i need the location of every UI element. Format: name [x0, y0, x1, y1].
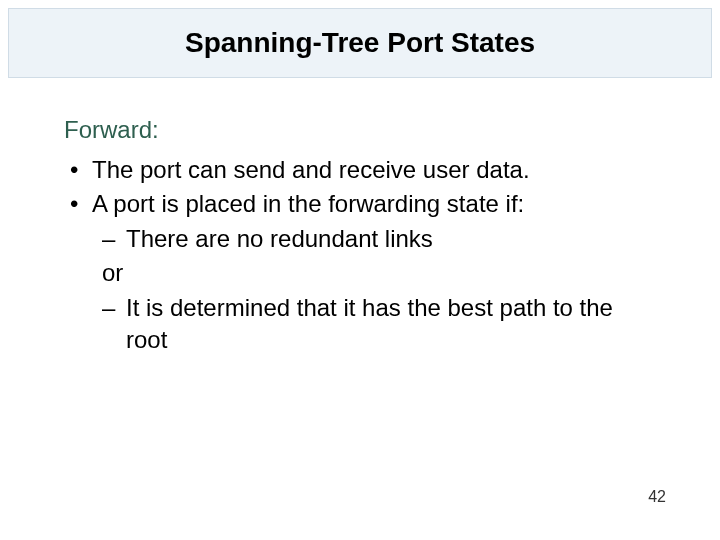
slide-title: Spanning-Tree Port States: [29, 27, 691, 59]
or-line: or: [98, 257, 656, 289]
dash-item: It is determined that it has the best pa…: [98, 292, 656, 357]
bullet-item: The port can send and receive user data.: [64, 154, 656, 186]
subtitle: Forward:: [64, 116, 656, 144]
title-bar: Spanning-Tree Port States: [8, 8, 712, 78]
dash-item: There are no redundant links: [98, 223, 656, 255]
bullet-list: The port can send and receive user data.…: [64, 154, 656, 221]
bullet-item: A port is placed in the forwarding state…: [64, 188, 656, 220]
page-number: 42: [648, 488, 666, 506]
sub-list: There are no redundant links or It is de…: [64, 223, 656, 357]
slide-content: Forward: The port can send and receive u…: [0, 78, 720, 356]
